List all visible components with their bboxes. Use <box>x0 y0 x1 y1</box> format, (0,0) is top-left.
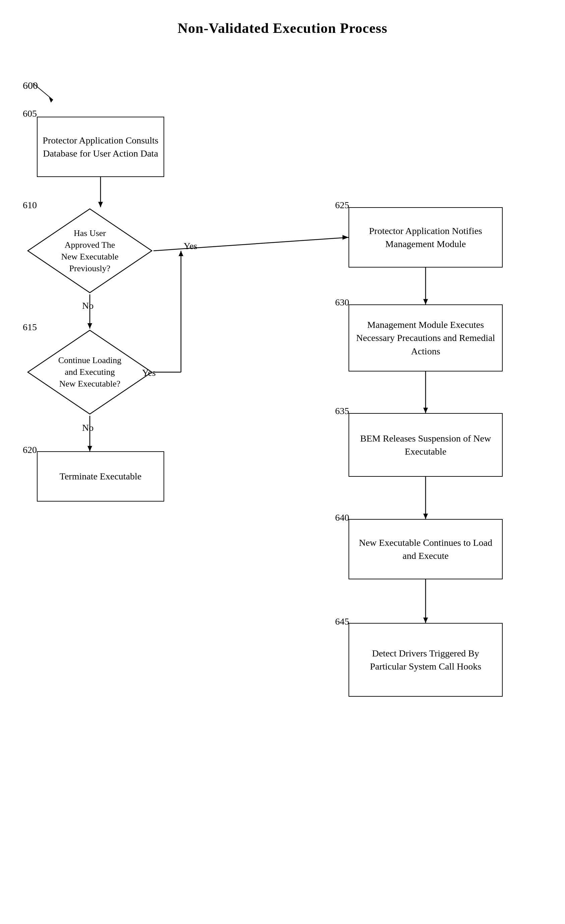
svg-marker-2 <box>28 209 152 293</box>
no-label-615: No <box>82 423 93 433</box>
svg-marker-18 <box>423 408 428 413</box>
step-label-630: 630 <box>335 297 349 308</box>
diamond-615: Continue Loading and Executing New Execu… <box>26 328 153 416</box>
step-label-645: 645 <box>335 616 349 627</box>
svg-marker-14 <box>87 446 92 451</box>
svg-marker-7 <box>87 323 92 328</box>
box-630: Management Module Executes Necessary Pre… <box>349 304 503 372</box>
diamond-610: Has User Approved The New Executable Pre… <box>26 207 153 294</box>
svg-marker-5 <box>98 202 103 207</box>
box-645: Detect Drivers Triggered By Particular S… <box>349 623 503 697</box>
svg-marker-9 <box>342 235 349 240</box>
svg-marker-3 <box>28 330 152 414</box>
svg-marker-16 <box>423 299 428 304</box>
svg-marker-20 <box>423 514 428 519</box>
no-label-610: No <box>82 300 93 311</box>
svg-marker-22 <box>423 618 428 623</box>
step-label-635: 635 <box>335 406 349 416</box>
box-635: BEM Releases Suspension of New Executabl… <box>349 413 503 477</box>
box-625: Protector Application Notifies Managemen… <box>349 207 503 267</box>
svg-marker-1 <box>49 97 53 103</box>
yes-label-615: Yes <box>142 368 156 378</box>
box-620: Terminate Executable <box>37 451 164 501</box>
svg-line-8 <box>153 237 349 251</box>
svg-marker-12 <box>178 251 183 256</box>
step-label-625: 625 <box>335 200 349 210</box>
diagram-id-label: 600 <box>23 80 38 91</box>
step-label-620: 620 <box>23 445 37 455</box>
page-title: Non-Validated Execution Process <box>0 0 565 43</box>
yes-label-610: Yes <box>184 241 197 252</box>
box-605: Protector Application Consults Database … <box>37 117 164 177</box>
box-640: New Executable Continues to Load and Exe… <box>349 519 503 579</box>
step-label-605: 605 <box>23 108 37 119</box>
step-label-640: 640 <box>335 512 349 523</box>
